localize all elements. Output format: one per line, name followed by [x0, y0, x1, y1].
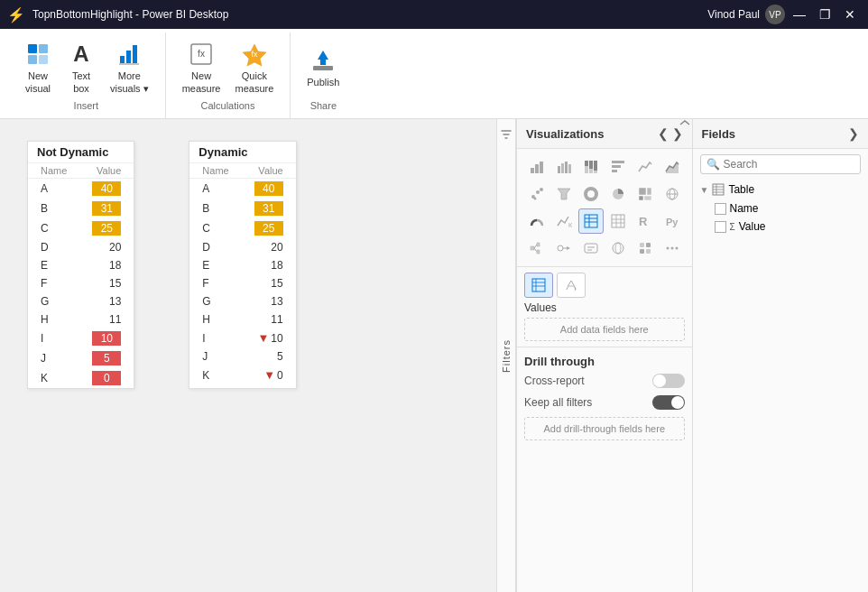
fields-expand[interactable]: ❯ [848, 126, 859, 141]
keep-filters-row: Keep all filters [524, 395, 685, 410]
viz-clustered-bar[interactable] [551, 154, 577, 180]
value-checkbox[interactable] [715, 221, 726, 233]
text-box-button[interactable]: A Textbox [61, 36, 101, 97]
viz-gauge[interactable] [524, 208, 549, 234]
svg-point-32 [540, 188, 543, 191]
add-fields-box[interactable]: Add data fields here [524, 318, 685, 341]
svg-rect-76 [532, 279, 545, 291]
svg-marker-34 [558, 189, 570, 199]
svg-rect-15 [540, 162, 543, 173]
more-visuals-label: Morevisuals ▾ [110, 70, 149, 94]
viz-R-custom[interactable]: R [633, 208, 658, 234]
nd-cell-value: 13 [79, 292, 134, 310]
viz-100-stacked-bar[interactable] [578, 154, 604, 180]
svg-rect-49 [612, 215, 624, 227]
svg-line-57 [534, 245, 537, 248]
table-row: J5 [189, 347, 295, 365]
field-name-item[interactable]: Name [693, 199, 869, 217]
d-cell-value: ▼0 [242, 365, 296, 384]
collapse-icon[interactable] [678, 119, 692, 134]
new-visual-icon [23, 40, 52, 69]
d-cell-name: H [189, 310, 241, 328]
fields-search-input[interactable] [724, 158, 855, 171]
close-button[interactable]: ✕ [839, 4, 861, 25]
svg-rect-13 [531, 168, 534, 173]
svg-rect-40 [644, 196, 651, 200]
viz-smart-narrative[interactable] [578, 236, 604, 261]
svg-text:Py: Py [666, 217, 679, 227]
svg-marker-63 [567, 246, 570, 250]
more-visuals-button[interactable]: Morevisuals ▾ [105, 36, 154, 97]
viz-more[interactable] [660, 236, 685, 261]
not-dynamic-title: Not Dynamic [28, 142, 134, 163]
svg-rect-38 [647, 188, 651, 195]
keep-filters-label: Keep all filters [524, 396, 592, 409]
ribbon-insert-items: Newvisual A Textbox Morevisuals ▾ [18, 36, 154, 98]
viz-key-influencers[interactable] [551, 236, 577, 261]
d-cell-value: ▼10 [242, 328, 296, 347]
share-group-label: Share [310, 98, 337, 115]
new-measure-button[interactable]: fx Newmeasure [177, 36, 226, 97]
viz-line-chart[interactable] [633, 154, 658, 180]
viz-custom-1[interactable] [633, 236, 658, 261]
calculations-group-label: Calculations [201, 98, 255, 115]
svg-point-73 [667, 247, 669, 250]
viz-scatter[interactable] [524, 181, 549, 207]
table-row: B31 [28, 199, 134, 218]
nd-cell-name: K [28, 368, 79, 388]
d-header-name: Name [189, 163, 241, 179]
bottom-viz: Values Add data fields here [517, 266, 692, 347]
viz-funnel[interactable] [551, 181, 577, 207]
viz-stacked-bar[interactable] [524, 154, 549, 180]
svg-rect-45 [585, 215, 597, 227]
table-tree-item[interactable]: ▼ Table [693, 180, 869, 199]
viz-table-active[interactable] [578, 208, 604, 234]
svg-point-35 [586, 189, 596, 199]
svg-rect-71 [640, 249, 644, 254]
not-dynamic-table: Not Dynamic Name Value A40B31C25D20E18F1… [27, 141, 134, 389]
viz-python[interactable]: Py [660, 208, 685, 234]
name-checkbox[interactable] [715, 203, 726, 215]
viz-pie[interactable] [605, 181, 631, 207]
cross-report-toggle[interactable] [652, 374, 685, 388]
viz-map[interactable] [660, 181, 685, 207]
table-row: K0 [28, 368, 134, 388]
viz-globe[interactable] [605, 236, 631, 261]
viz-panel-title: Visualizations [526, 127, 604, 141]
d-cell-value: 18 [242, 256, 296, 274]
canvas-tables: Not Dynamic Name Value A40B31C25D20E18F1… [0, 119, 496, 411]
table-expand-icon: ▼ [700, 185, 709, 195]
viz-area-chart[interactable] [660, 154, 685, 180]
restore-button[interactable]: ❐ [814, 4, 836, 25]
viz-horizontal-bar[interactable] [605, 154, 631, 180]
viz-donut[interactable] [578, 181, 604, 207]
d-cell-name: C [189, 218, 241, 238]
svg-point-67 [613, 243, 623, 254]
viz-kpi[interactable]: KPI [551, 208, 577, 234]
svg-point-74 [671, 247, 674, 250]
svg-rect-60 [537, 250, 540, 254]
nd-cell-value: 18 [79, 256, 134, 274]
viz-tab-values[interactable] [524, 273, 553, 298]
svg-rect-26 [612, 161, 624, 163]
nd-cell-name: C [28, 218, 79, 238]
field-value-item[interactable]: Σ Value [693, 217, 869, 236]
viz-decomp-tree[interactable] [524, 236, 549, 261]
nd-cell-value: 11 [79, 310, 134, 328]
viz-matrix[interactable] [605, 208, 631, 234]
viz-treemap[interactable] [633, 181, 658, 207]
publish-button[interactable]: Publish [301, 42, 345, 92]
minimize-button[interactable]: — [789, 4, 810, 25]
d-cell-value: 5 [242, 347, 296, 365]
viz-expand-left[interactable]: ❮ [658, 126, 669, 141]
svg-rect-72 [646, 249, 651, 254]
keep-filters-toggle[interactable] [652, 395, 685, 410]
drill-fields-box[interactable]: Add drill-through fields here [524, 417, 685, 440]
svg-marker-12 [318, 51, 328, 65]
new-visual-button[interactable]: Newvisual [18, 36, 58, 97]
viz-tab-format[interactable] [557, 273, 586, 298]
nd-cell-value: 20 [79, 238, 134, 256]
nd-cell-value: 25 [79, 218, 134, 238]
quick-measure-button[interactable]: fx Quickmeasure [229, 36, 279, 97]
d-cell-value: 15 [242, 274, 296, 292]
